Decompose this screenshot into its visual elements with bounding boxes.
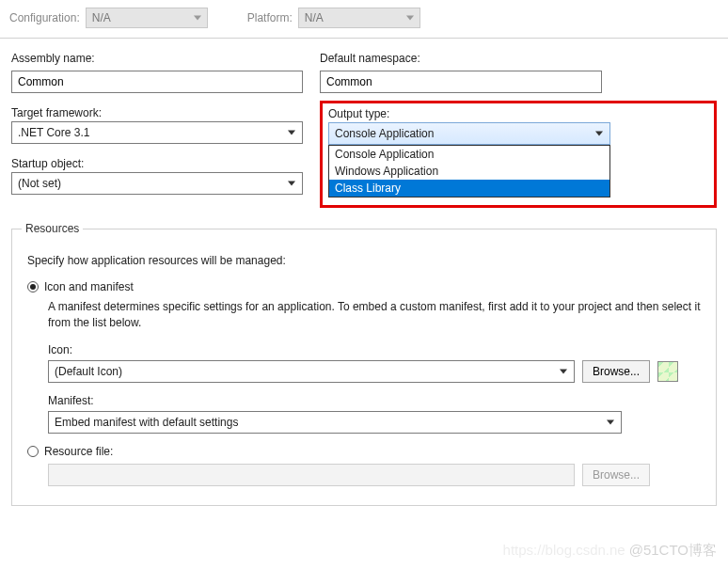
output-type-dropdown: Console Application Windows Application … (328, 145, 610, 198)
platform-select: N/A (298, 8, 420, 28)
startup-object-select[interactable]: (Not set) (11, 172, 303, 195)
manifest-label: Manifest: (48, 394, 701, 407)
resources-group: Resources Specify how application resour… (11, 229, 717, 506)
icon-browse-button[interactable]: Browse... (582, 360, 650, 383)
output-type-select[interactable]: Console Application (328, 122, 610, 145)
icon-manifest-explain: A manifest determines specific settings … (48, 299, 701, 332)
resources-description: Specify how application resources will b… (27, 254, 701, 267)
default-icon-preview (657, 361, 678, 382)
radio-icon[interactable] (27, 446, 39, 457)
icon-select[interactable]: (Default Icon) (48, 360, 575, 383)
resource-file-browse-button: Browse... (582, 464, 650, 486)
resource-file-input (48, 464, 575, 486)
icon-and-manifest-radio-row[interactable]: Icon and manifest (27, 280, 701, 293)
default-namespace-label: Default namespace: (320, 52, 717, 65)
config-platform-bar: Configuration: N/A Platform: N/A (0, 0, 728, 39)
icon-and-manifest-label: Icon and manifest (44, 280, 134, 293)
default-namespace-input[interactable] (320, 71, 602, 93)
assembly-name-label: Assembly name: (11, 52, 303, 65)
manifest-select[interactable]: Embed manifest with default settings (48, 411, 622, 434)
configuration-select: N/A (86, 8, 208, 28)
platform-label: Platform: (247, 11, 293, 24)
output-type-option[interactable]: Windows Application (329, 163, 609, 180)
output-type-highlight: Output type: Console Application Console… (320, 101, 717, 208)
icon-label: Icon: (48, 343, 701, 356)
output-type-label: Output type: (328, 107, 708, 120)
resource-file-label: Resource file: (44, 445, 113, 458)
radio-icon[interactable] (27, 281, 39, 292)
output-type-option[interactable]: Class Library (329, 180, 609, 197)
output-type-option[interactable]: Console Application (329, 146, 609, 163)
configuration-label: Configuration: (9, 11, 80, 24)
assembly-name-input[interactable] (11, 71, 303, 93)
target-framework-select[interactable]: .NET Core 3.1 (11, 121, 303, 144)
startup-object-label: Startup object: (11, 157, 303, 170)
resources-legend: Resources (22, 222, 83, 235)
resource-file-radio-row[interactable]: Resource file: (27, 445, 701, 458)
watermark: https://blog.csdn.ne@51CTO博客 (503, 542, 717, 560)
target-framework-label: Target framework: (11, 106, 303, 119)
